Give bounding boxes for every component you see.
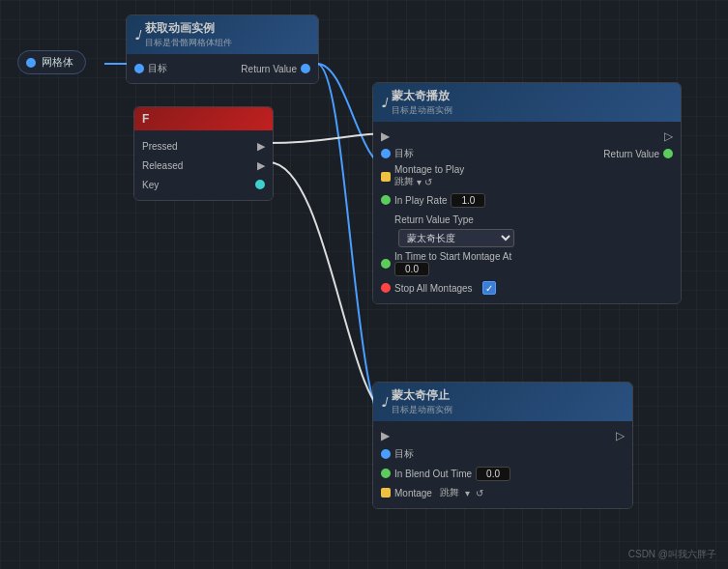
get-anim-target-label: 目标: [148, 62, 167, 75]
f-key-title: F: [142, 112, 149, 126]
montage-play-node: ♩ 蒙太奇播放 目标是动画实例 ▶ ▷ 目标 Return Value: [372, 82, 682, 304]
montage-stop-target-label: 目标: [394, 447, 414, 461]
get-anim-subtitle: 目标是骨骼网格体组件: [145, 37, 232, 49]
get-anim-return-label: Return Value: [241, 64, 297, 74]
in-time-row: In Time to Start Montage At: [373, 249, 681, 278]
return-value-type-dropdown-row: 蒙太奇长度: [373, 229, 681, 249]
in-play-rate-label: In Play Rate: [394, 195, 447, 206]
montage-stop-dropdown-arrow[interactable]: ▾: [465, 488, 470, 498]
return-value-type-label: Return Value Type: [381, 214, 474, 225]
f-key-label: Key: [142, 180, 159, 190]
montage-stop-montage-value: 跳舞: [440, 486, 459, 499]
in-play-rate-row: In Play Rate: [373, 190, 681, 210]
mesh-label: 网格体: [42, 55, 73, 70]
in-time-input[interactable]: [394, 262, 429, 276]
get-anim-return-pin: [301, 64, 310, 73]
montage-stop-montage-row: Montage 跳舞 ▾ ↺: [373, 483, 632, 502]
montage-play-return-label: Return Value: [603, 149, 659, 159]
in-time-label: In Time to Start Montage At: [394, 251, 511, 262]
montage-stop-exec-in: ▶: [381, 429, 390, 442]
montage-play-icon: ♩: [381, 96, 387, 110]
return-value-type-select[interactable]: 蒙太奇长度: [398, 229, 514, 247]
get-anim-target-in-pin: [134, 64, 144, 73]
montage-play-title: 蒙太奇播放: [392, 89, 450, 102]
montage-stop-node: ♩ 蒙太奇停止 目标是动画实例 ▶ ▷ 目标 In Blend Out Time…: [372, 382, 633, 509]
montage-stop-montage-pin: [381, 488, 391, 498]
montage-play-header: ♩ 蒙太奇播放 目标是动画实例: [373, 83, 681, 122]
in-time-pin: [381, 259, 391, 269]
f-key-pin: [255, 180, 265, 189]
stop-all-montages-label: Stop All Montages: [394, 283, 473, 294]
in-blend-label: In Blend Out Time: [394, 469, 472, 479]
montage-stop-target-row: 目标: [373, 444, 632, 464]
f-released-row: Released ▶: [134, 156, 273, 175]
montage-play-target-label: 目标: [394, 147, 414, 160]
stop-all-montages-pin: [381, 283, 391, 293]
f-pressed-pin: ▶: [257, 140, 265, 153]
montage-stop-exec-row: ▶ ▷: [373, 427, 632, 444]
get-anim-pins-row: 目标 Return Value: [127, 60, 318, 77]
return-value-type-row: Return Value Type: [373, 210, 681, 229]
montage-stop-icon: ♩: [381, 395, 387, 410]
in-blend-pin: [381, 469, 391, 478]
montage-play-exec-row: ▶ ▷: [373, 128, 681, 145]
montage-reset-icon[interactable]: ↺: [424, 177, 432, 187]
montage-to-play-value: 跳舞: [394, 175, 414, 188]
watermark: CSDN @叫我六胖子: [628, 548, 716, 561]
montage-play-subtitle: 目标是动画实例: [392, 104, 452, 117]
montage-stop-body: ▶ ▷ 目标 In Blend Out Time Montage 跳舞 ▾ ↺: [373, 421, 632, 508]
in-blend-row: In Blend Out Time: [373, 464, 632, 483]
get-anim-body: 目标 Return Value: [127, 54, 318, 83]
stop-all-montages-checkbox[interactable]: ✓: [482, 281, 496, 295]
montage-stop-header: ♩ 蒙太奇停止 目标是动画实例: [373, 383, 632, 421]
montage-play-exec-in: ▶: [381, 129, 390, 143]
f-pressed-row: Pressed ▶: [134, 136, 273, 156]
f-pressed-label: Pressed: [142, 141, 178, 152]
f-key-header: F: [134, 107, 273, 130]
f-key-body: Pressed ▶ Released ▶ Key: [134, 130, 273, 200]
in-blend-input[interactable]: [476, 467, 510, 481]
montage-stop-montage-label: Montage: [394, 488, 432, 498]
montage-stop-reset-icon[interactable]: ↺: [476, 488, 483, 498]
in-play-rate-pin: [381, 195, 391, 205]
montage-to-play-pin: [381, 172, 391, 182]
get-anim-title: 获取动画实例: [145, 21, 215, 35]
f-released-label: Released: [142, 160, 183, 171]
montage-dropdown-arrow[interactable]: ▾: [417, 177, 422, 187]
mesh-node: 网格体: [17, 50, 86, 74]
montage-play-exec-out: ▷: [664, 129, 673, 143]
montage-play-return-pin: [663, 149, 673, 158]
f-released-pin: ▶: [257, 159, 265, 172]
montage-stop-subtitle: 目标是动画实例: [392, 404, 452, 416]
montage-to-play-label: Montage to Play: [394, 164, 464, 175]
montage-play-body: ▶ ▷ 目标 Return Value Montage to Play 跳舞 ▾: [373, 122, 681, 303]
montage-stop-exec-out: ▷: [616, 429, 625, 442]
get-anim-node: ♩ 获取动画实例 目标是骨骼网格体组件 目标 Return Value: [126, 14, 319, 84]
stop-all-montages-row: Stop All Montages ✓: [373, 278, 681, 298]
get-anim-icon: ♩: [134, 28, 140, 43]
montage-stop-title: 蒙太奇停止: [392, 388, 450, 402]
f-key-row: Key: [134, 175, 273, 194]
mesh-output-pin: [26, 58, 36, 68]
montage-to-play-row: Montage to Play 跳舞 ▾ ↺: [373, 162, 681, 190]
montage-stop-target-pin: [381, 449, 391, 459]
in-play-rate-input[interactable]: [451, 193, 485, 208]
get-anim-header: ♩ 获取动画实例 目标是骨骼网格体组件: [127, 15, 318, 54]
montage-play-target-in-pin: [381, 149, 391, 158]
montage-play-target-row: 目标 Return Value: [373, 145, 681, 162]
f-key-node: F Pressed ▶ Released ▶ Key: [133, 106, 274, 201]
